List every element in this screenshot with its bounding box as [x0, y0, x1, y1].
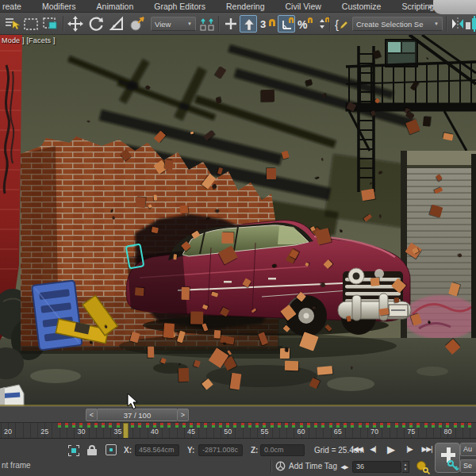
menu-item-civil-view[interactable]: Civil View [285, 2, 321, 11]
keyframe-marker-green[interactable] [307, 425, 310, 428]
keyframe-marker-green[interactable] [432, 425, 435, 428]
select-and-rotate-icon[interactable] [87, 15, 105, 33]
keyframe-marker-green[interactable] [314, 425, 317, 428]
keyframe-marker-green[interactable] [344, 425, 347, 428]
current-frame-marker[interactable] [123, 423, 129, 439]
keyframe-marker-green[interactable] [416, 425, 420, 428]
keyframe-marker-green[interactable] [402, 425, 405, 428]
keyframe-marker-green[interactable] [219, 425, 222, 428]
transform-gizmo-icon[interactable] [106, 444, 117, 455]
use-pivot-point-center-icon[interactable] [198, 15, 216, 33]
previous-frame-arrow[interactable]: < [86, 409, 98, 421]
keyframe-marker-green[interactable] [255, 425, 259, 428]
keyframe-marker-green[interactable] [387, 425, 390, 428]
rectangular-selection-region-icon[interactable] [22, 15, 40, 33]
keyframe-marker-green[interactable] [248, 425, 251, 428]
next-frame-button[interactable]: |▶ [403, 442, 416, 456]
add-time-tag-label[interactable]: Add Time Tag [289, 462, 337, 470]
keyframe-marker-green[interactable] [292, 425, 295, 428]
isolate-selection-icon[interactable] [68, 445, 79, 456]
keyframe-marker-green[interactable] [336, 425, 340, 428]
select-and-manipulate-icon[interactable] [222, 15, 240, 33]
edit-named-selection-sets-icon[interactable]: { [332, 15, 350, 33]
keyframe-marker-green[interactable] [190, 425, 193, 428]
keyframe-marker-green[interactable] [117, 425, 120, 428]
keyframe-marker-green[interactable] [160, 425, 163, 428]
keyframe-marker-green[interactable] [263, 425, 266, 428]
keyframe-marker-green[interactable] [409, 425, 413, 428]
keyframe-marker-green[interactable] [446, 425, 449, 428]
keyframe-marker-green[interactable] [138, 425, 141, 428]
keyframe-marker-green[interactable] [395, 425, 398, 428]
x-coordinate-field[interactable]: 458.564cm [135, 444, 179, 456]
keyframe-marker-green[interactable] [241, 425, 244, 428]
current-frame-field[interactable]: 36 [352, 461, 401, 473]
keyframe-marker-green[interactable] [197, 425, 200, 428]
menu-item-graph-editors[interactable]: Graph Editors [154, 2, 205, 11]
keyframe-marker-green[interactable] [72, 425, 75, 428]
menu-overflow-chevron[interactable]: » [428, 2, 433, 10]
percent-snap-toggle-button[interactable]: % [297, 15, 314, 33]
keyframe-marker-green[interactable] [226, 425, 229, 428]
time-tag-icon[interactable] [275, 461, 286, 471]
menu-item-customize[interactable]: Customize [342, 2, 382, 11]
keyframe-marker-green[interactable] [146, 425, 149, 428]
go-to-start-button[interactable]: |◀◀ [350, 442, 364, 456]
keyframe-marker-green[interactable] [373, 425, 376, 428]
menu-item-modifiers[interactable]: Modifiers [42, 2, 76, 11]
keyframe-marker-green[interactable] [351, 425, 354, 428]
menu-item-animation[interactable]: Animation [97, 2, 134, 11]
select-and-scale-icon[interactable] [108, 15, 125, 33]
keyframe-marker-green[interactable] [153, 425, 156, 428]
keyframe-marker-green[interactable] [359, 425, 362, 428]
keyframe-marker-green[interactable] [461, 425, 464, 428]
keyframe-marker-green[interactable] [424, 425, 428, 428]
menu-item-reate[interactable]: reate [2, 2, 21, 11]
keyframe-marker-green[interactable] [167, 425, 171, 428]
next-frame-arrow[interactable]: > [177, 409, 189, 421]
z-coordinate-field[interactable]: 0.0cm [260, 444, 305, 456]
keyframe-marker-green[interactable] [285, 425, 288, 428]
keyframe-marker-green[interactable] [300, 425, 303, 428]
auto-key-button-clipped[interactable]: Au [460, 443, 476, 456]
keyframe-marker-green[interactable] [182, 425, 186, 428]
keyframe-marker-green[interactable] [102, 425, 105, 428]
reference-coordinate-dropdown[interactable]: View ▼ [151, 17, 196, 31]
select-and-place-icon[interactable] [129, 15, 146, 33]
keyframe-marker-green[interactable] [321, 425, 324, 428]
previous-frame-button[interactable]: ◀| [367, 442, 379, 456]
keyframe-marker-green[interactable] [87, 425, 90, 428]
window-crossing-icon[interactable] [41, 15, 59, 33]
keyframe-marker-green[interactable] [109, 425, 112, 428]
keyframe-marker-green[interactable] [233, 425, 236, 428]
go-to-end-button[interactable]: ▶▶| [419, 442, 435, 456]
keyframe-marker-green[interactable] [204, 425, 207, 428]
play-button[interactable]: ▶ [382, 442, 400, 456]
keyframe-marker-green[interactable] [175, 425, 178, 428]
keyframe-marker-green[interactable] [94, 425, 98, 428]
keyframe-marker-green[interactable] [329, 425, 332, 428]
selection-lock-icon[interactable] [87, 445, 97, 455]
key-mode-toggle[interactable]: ◀▶ [339, 460, 350, 474]
set-key-button-clipped[interactable]: Se [460, 459, 476, 473]
keyframe-marker-green[interactable] [79, 425, 83, 428]
viewport-shading-label[interactable]: Mode ] [Facets ] [2, 36, 56, 44]
keyframe-marker-green[interactable] [439, 425, 442, 428]
key-filters-icon[interactable] [416, 460, 430, 474]
angle-snap-toggle-button[interactable] [278, 15, 295, 33]
keyframe-marker-green[interactable] [366, 425, 369, 428]
keyboard-shortcut-override-button[interactable] [240, 15, 257, 33]
track-bar[interactable]: 20253035404550556065707580 [0, 423, 476, 439]
set-keys-button[interactable] [435, 443, 460, 473]
frame-spinner[interactable]: ▲ ▼ [402, 461, 409, 473]
menu-item-rendering[interactable]: Rendering [226, 2, 264, 11]
time-slider-track[interactable]: < 37 / 100 > [0, 406, 476, 423]
time-slider-value[interactable]: 37 / 100 [98, 409, 177, 421]
keyframe-marker-green[interactable] [278, 425, 281, 428]
keyframe-marker-green[interactable] [131, 425, 134, 428]
named-selection-set-dropdown[interactable]: Create Selection Se ▼ [352, 17, 443, 31]
select-and-move-icon[interactable] [67, 15, 84, 33]
keyframe-marker-green[interactable] [212, 425, 215, 428]
keyframe-marker-green[interactable] [380, 425, 383, 428]
keyframe-marker-green[interactable] [58, 425, 61, 428]
